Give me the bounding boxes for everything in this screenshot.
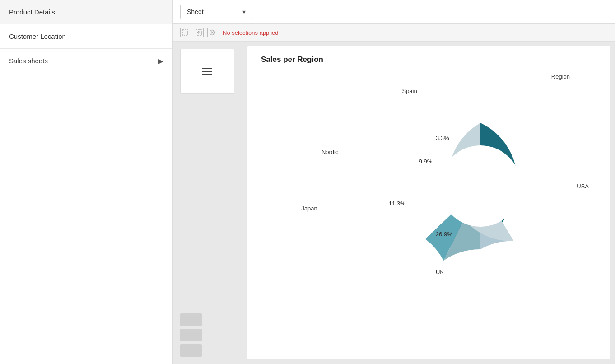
- content-area: Sales per Region Region: [173, 42, 615, 364]
- chevron-right-icon: ▶: [158, 57, 163, 65]
- left-panel: [173, 42, 247, 364]
- select-export-icon: [196, 29, 202, 36]
- sheet-label: Sheet: [187, 8, 204, 15]
- selection-bar: No selections applied: [173, 24, 615, 42]
- nordic-label: Nordic: [321, 149, 339, 155]
- chart-title: Sales per Region: [261, 55, 597, 64]
- no-selections-text: No selections applied: [223, 29, 279, 36]
- sidebar-item-sales-sheets[interactable]: Sales sheets ▶: [0, 49, 172, 73]
- toolbar: Sheet ▾: [173, 0, 615, 24]
- hamburger-menu-card[interactable]: [180, 49, 234, 94]
- usa-label: USA: [577, 183, 589, 190]
- sidebar: Product Details Customer Location Sales …: [0, 0, 173, 364]
- select-region-button[interactable]: [180, 28, 190, 37]
- hamburger-icon: [202, 68, 212, 75]
- sidebar-item-customer-location[interactable]: Customer Location: [0, 24, 172, 49]
- mini-rects-container: [180, 313, 240, 357]
- chart-area: Sales per Region Region: [247, 46, 610, 359]
- sidebar-item-label: Product Details: [9, 8, 55, 16]
- uk-label: UK: [436, 269, 444, 275]
- main-area: Sheet ▾ No selections applied: [173, 0, 615, 364]
- mini-rect-2: [180, 329, 202, 341]
- japan-label: Japan: [301, 205, 317, 212]
- select-clear-icon: [209, 29, 215, 36]
- usa-pct-label: 45.5%: [544, 177, 561, 183]
- sidebar-item-product-details[interactable]: Product Details: [0, 0, 172, 24]
- select-clear-button[interactable]: [207, 28, 217, 37]
- japan-pct-label: 11.3%: [389, 200, 405, 207]
- nordic-pct-label: 9.9%: [419, 158, 433, 165]
- sidebar-item-label: Customer Location: [9, 33, 66, 40]
- donut-chart-wrapper: Region: [261, 69, 597, 303]
- mini-rect-3: [180, 344, 202, 357]
- select-region-icon: [182, 29, 188, 36]
- sidebar-item-label: Sales sheets: [9, 57, 48, 65]
- spain-label: Spain: [402, 88, 417, 94]
- region-legend-label: Region: [551, 73, 570, 80]
- uk-pct-label: 26.9%: [436, 231, 452, 238]
- donut-chart-svg: [395, 100, 566, 272]
- sheet-dropdown[interactable]: Sheet ▾: [180, 5, 252, 19]
- select-export-button[interactable]: [194, 28, 204, 37]
- donut-hole: [440, 145, 521, 227]
- mini-rect-1: [180, 313, 202, 326]
- svg-rect-0: [182, 30, 188, 35]
- spain-pct-label: 3.3%: [436, 135, 449, 141]
- dropdown-arrow-icon: ▾: [242, 8, 246, 15]
